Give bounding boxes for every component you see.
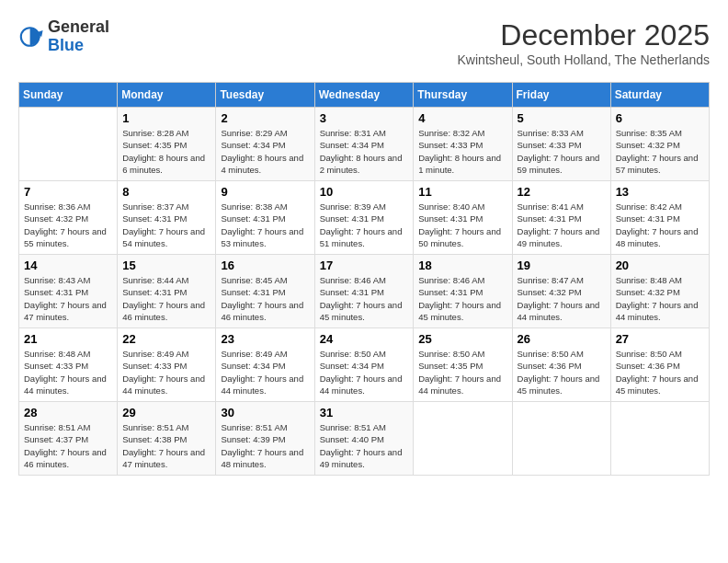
day-number: 14 [24,259,112,272]
day-cell: 10 Sunrise: 8:39 AMSunset: 4:31 PMDaylig… [314,181,414,255]
day-cell: 19 Sunrise: 8:47 AMSunset: 4:32 PMDaylig… [512,255,610,328]
day-detail: Sunrise: 8:45 AMSunset: 4:31 PMDaylight:… [221,275,303,322]
day-number: 19 [518,259,606,272]
day-number: 16 [221,259,309,272]
day-detail: Sunrise: 8:51 AMSunset: 4:37 PMDaylight:… [24,422,107,469]
day-cell: 15 Sunrise: 8:44 AMSunset: 4:31 PMDaylig… [118,255,216,328]
day-number: 15 [122,259,210,272]
day-cell: 9 Sunrise: 8:38 AMSunset: 4:31 PMDayligh… [216,181,314,255]
day-number: 21 [24,332,112,346]
day-detail: Sunrise: 8:50 AMSunset: 4:34 PMDaylight:… [320,349,403,396]
calendar-body: 1 Sunrise: 8:28 AMSunset: 4:35 PMDayligh… [19,108,710,476]
month-year-title: December 2025 [458,18,710,52]
logo: General Blue [18,18,109,55]
day-cell: 23 Sunrise: 8:49 AMSunset: 4:34 PMDaylig… [216,328,314,402]
day-number: 26 [518,332,606,346]
day-cell: 22 Sunrise: 8:49 AMSunset: 4:33 PMDaylig… [118,328,216,402]
day-cell: 21 Sunrise: 8:48 AMSunset: 4:33 PMDaylig… [19,328,118,402]
day-cell: 30 Sunrise: 8:51 AMSunset: 4:39 PMDaylig… [216,402,314,476]
day-detail: Sunrise: 8:46 AMSunset: 4:31 PMDaylight:… [320,275,403,322]
week-row-3: 14 Sunrise: 8:43 AMSunset: 4:31 PMDaylig… [19,255,710,328]
day-cell: 24 Sunrise: 8:50 AMSunset: 4:34 PMDaylig… [314,328,414,402]
day-detail: Sunrise: 8:47 AMSunset: 4:32 PMDaylight:… [518,275,600,322]
logo-icon [18,24,44,50]
logo-general-text: General [48,17,109,36]
day-cell: 11 Sunrise: 8:40 AMSunset: 4:31 PMDaylig… [414,181,512,255]
calendar-table: SundayMondayTuesdayWednesdayThursdayFrid… [18,82,710,476]
day-detail: Sunrise: 8:38 AMSunset: 4:31 PMDaylight:… [221,201,303,248]
day-cell [19,108,118,181]
day-number: 12 [518,185,606,199]
day-cell: 27 Sunrise: 8:50 AMSunset: 4:36 PMDaylig… [610,328,709,402]
column-header-friday: Friday [512,83,610,108]
column-header-wednesday: Wednesday [314,83,414,108]
day-number: 29 [122,406,210,419]
day-number: 6 [616,111,704,125]
week-row-4: 21 Sunrise: 8:48 AMSunset: 4:33 PMDaylig… [19,328,710,402]
day-number: 1 [122,111,210,125]
day-number: 30 [221,406,309,419]
day-detail: Sunrise: 8:51 AMSunset: 4:40 PMDaylight:… [320,422,403,469]
page-header: General Blue December 2025 Kwintsheul, S… [18,18,710,67]
day-number: 11 [418,185,506,199]
column-header-sunday: Sunday [19,83,118,108]
day-detail: Sunrise: 8:36 AMSunset: 4:32 PMDaylight:… [24,201,107,248]
day-detail: Sunrise: 8:32 AMSunset: 4:33 PMDaylight:… [418,128,501,175]
day-detail: Sunrise: 8:28 AMSunset: 4:35 PMDaylight:… [122,128,205,175]
day-number: 17 [320,259,409,272]
day-number: 13 [616,185,704,199]
day-number: 7 [24,185,112,199]
day-cell: 16 Sunrise: 8:45 AMSunset: 4:31 PMDaylig… [216,255,314,328]
day-detail: Sunrise: 8:37 AMSunset: 4:31 PMDaylight:… [122,201,205,248]
day-cell: 31 Sunrise: 8:51 AMSunset: 4:40 PMDaylig… [314,402,414,476]
day-cell: 4 Sunrise: 8:32 AMSunset: 4:33 PMDayligh… [414,108,512,181]
day-cell: 29 Sunrise: 8:51 AMSunset: 4:38 PMDaylig… [118,402,216,476]
day-cell: 8 Sunrise: 8:37 AMSunset: 4:31 PMDayligh… [118,181,216,255]
day-cell: 26 Sunrise: 8:50 AMSunset: 4:36 PMDaylig… [512,328,610,402]
day-number: 22 [122,332,210,346]
day-cell [414,402,512,476]
week-row-1: 1 Sunrise: 8:28 AMSunset: 4:35 PMDayligh… [19,108,710,181]
day-number: 23 [221,332,309,346]
day-number: 10 [320,185,409,199]
day-detail: Sunrise: 8:44 AMSunset: 4:31 PMDaylight:… [122,275,205,322]
day-cell: 5 Sunrise: 8:33 AMSunset: 4:33 PMDayligh… [512,108,610,181]
column-headers-row: SundayMondayTuesdayWednesdayThursdayFrid… [19,83,710,108]
day-detail: Sunrise: 8:49 AMSunset: 4:33 PMDaylight:… [122,349,205,396]
day-detail: Sunrise: 8:31 AMSunset: 4:34 PMDaylight:… [320,128,403,175]
day-detail: Sunrise: 8:50 AMSunset: 4:36 PMDaylight:… [616,349,699,396]
day-number: 18 [418,259,506,272]
day-number: 3 [320,111,409,125]
day-cell: 12 Sunrise: 8:41 AMSunset: 4:31 PMDaylig… [512,181,610,255]
title-block: December 2025 Kwintsheul, South Holland,… [458,18,710,67]
day-cell: 20 Sunrise: 8:48 AMSunset: 4:32 PMDaylig… [610,255,709,328]
day-detail: Sunrise: 8:42 AMSunset: 4:31 PMDaylight:… [616,201,699,248]
day-detail: Sunrise: 8:50 AMSunset: 4:35 PMDaylight:… [418,349,501,396]
day-cell: 7 Sunrise: 8:36 AMSunset: 4:32 PMDayligh… [19,181,118,255]
day-number: 20 [616,259,704,272]
week-row-5: 28 Sunrise: 8:51 AMSunset: 4:37 PMDaylig… [19,402,710,476]
day-detail: Sunrise: 8:41 AMSunset: 4:31 PMDaylight:… [518,201,600,248]
column-header-thursday: Thursday [414,83,512,108]
logo-blue-text: Blue [48,36,84,54]
day-cell: 13 Sunrise: 8:42 AMSunset: 4:31 PMDaylig… [610,181,709,255]
day-number: 5 [518,111,606,125]
day-cell: 3 Sunrise: 8:31 AMSunset: 4:34 PMDayligh… [314,108,414,181]
day-number: 4 [418,111,506,125]
day-cell: 6 Sunrise: 8:35 AMSunset: 4:32 PMDayligh… [610,108,709,181]
day-cell [512,402,610,476]
day-detail: Sunrise: 8:40 AMSunset: 4:31 PMDaylight:… [418,201,501,248]
day-number: 24 [320,332,409,346]
day-number: 9 [221,185,309,199]
day-cell: 28 Sunrise: 8:51 AMSunset: 4:37 PMDaylig… [19,402,118,476]
column-header-monday: Monday [118,83,216,108]
day-cell: 25 Sunrise: 8:50 AMSunset: 4:35 PMDaylig… [414,328,512,402]
day-cell: 17 Sunrise: 8:46 AMSunset: 4:31 PMDaylig… [314,255,414,328]
day-detail: Sunrise: 8:39 AMSunset: 4:31 PMDaylight:… [320,201,403,248]
day-cell: 18 Sunrise: 8:46 AMSunset: 4:31 PMDaylig… [414,255,512,328]
day-cell: 14 Sunrise: 8:43 AMSunset: 4:31 PMDaylig… [19,255,118,328]
day-detail: Sunrise: 8:49 AMSunset: 4:34 PMDaylight:… [221,349,303,396]
location-text: Kwintsheul, South Holland, The Netherlan… [458,52,710,67]
day-detail: Sunrise: 8:46 AMSunset: 4:31 PMDaylight:… [418,275,501,322]
day-detail: Sunrise: 8:51 AMSunset: 4:39 PMDaylight:… [221,422,303,469]
